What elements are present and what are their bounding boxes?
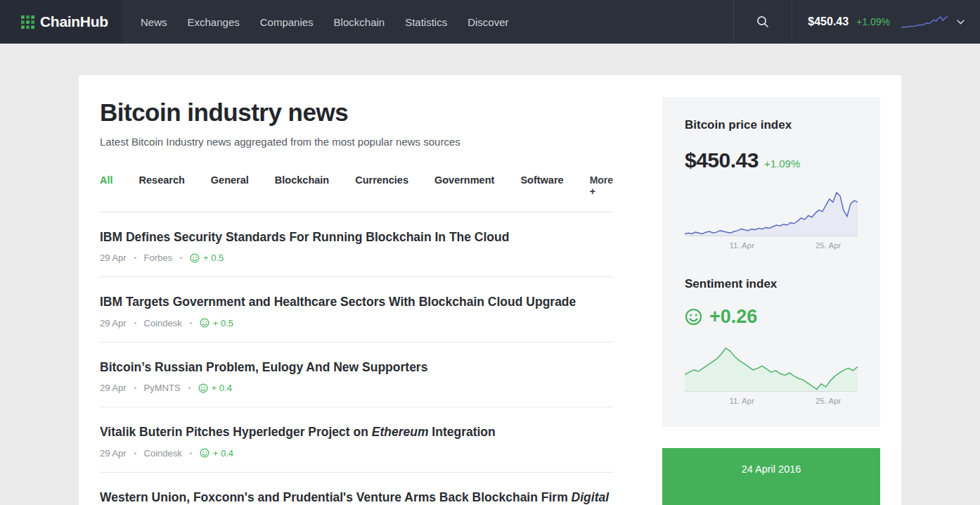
nav-right-section: $450.43 +1.09%	[733, 0, 980, 44]
smiley-icon	[200, 318, 209, 328]
page-title: Bitcoin industry news	[100, 98, 613, 127]
chainhub-logo-icon	[21, 15, 34, 29]
news-meta: 29 Apr Coindesk + 0.4	[100, 448, 613, 459]
news-title-text-after: Integration	[428, 425, 495, 439]
news-date: 29 Apr	[100, 383, 127, 393]
news-item: IBM Defines Security Standards For Runni…	[100, 212, 613, 277]
ticker-sparkline-chart	[901, 15, 948, 28]
search-button[interactable]	[733, 0, 792, 44]
axis-tick: 11. Apr	[729, 397, 754, 405]
news-title-link[interactable]: IBM Defines Security Standards For Runni…	[100, 229, 613, 246]
meta-separator-dot	[188, 387, 191, 389]
main-nav: News Exchanges Companies Blockchain Stat…	[122, 0, 509, 44]
news-date: 29 Apr	[100, 252, 127, 263]
news-title-text: Vitalik Buterin Pitches Hyperledger Proj…	[100, 425, 372, 439]
meta-separator-dot	[134, 257, 136, 259]
sentiment-badge: + 0.5	[190, 252, 224, 263]
tab-research[interactable]: Research	[139, 174, 185, 186]
search-icon	[756, 15, 770, 29]
price-index-change: +1.09%	[764, 158, 800, 170]
axis-tick: 25. Apr	[815, 241, 841, 250]
sentiment-score: + 0.4	[213, 448, 233, 459]
calendar-widget-header: 24 April 2016	[662, 448, 880, 505]
category-tabs: All Research General Blockchain Currenci…	[100, 174, 613, 212]
news-column: Bitcoin industry news Latest Bitcoin Ind…	[100, 75, 613, 505]
smiley-icon	[198, 383, 208, 393]
nav-item-exchanges[interactable]: Exchanges	[188, 16, 240, 28]
news-title-italic: Ethereum	[372, 425, 429, 439]
ticker-change: +1.09%	[856, 16, 890, 27]
news-date: 29 Apr	[100, 318, 127, 328]
sentiment-index-heading: Sentiment index	[685, 277, 858, 291]
top-navbar: ChainHub News Exchanges Companies Blockc…	[0, 0, 980, 44]
tab-general[interactable]: General	[211, 174, 249, 186]
news-title-link[interactable]: IBM Targets Government and Healthcare Se…	[100, 293, 613, 311]
meta-separator-dot	[190, 452, 192, 454]
brand-logo[interactable]: ChainHub	[0, 0, 122, 44]
brand-name: ChainHub	[40, 13, 108, 30]
sentiment-index-chart	[685, 345, 858, 392]
news-source: Coindesk	[144, 318, 182, 328]
content-card: Bitcoin industry news Latest Bitcoin Ind…	[79, 75, 901, 505]
sentiment-badge: + 0.4	[200, 448, 233, 459]
calendar-date-label: 24 April 2016	[742, 464, 801, 475]
index-widget: Bitcoin price index $450.43 +1.09% 11. A…	[662, 97, 880, 427]
news-item: Bitcoin’s Russian Problem, Eulogy And Ne…	[100, 343, 613, 407]
news-title-link[interactable]: Western Union, Foxconn's and Prudential'…	[100, 489, 613, 505]
news-meta: 29 Apr Coindesk + 0.5	[100, 318, 613, 328]
meta-separator-dot	[134, 387, 136, 389]
sentiment-badge: + 0.5	[200, 318, 233, 328]
meta-separator-dot	[190, 322, 192, 324]
price-index-value-row: $450.43 +1.09%	[685, 148, 858, 172]
price-index-heading: Bitcoin price index	[685, 118, 858, 132]
news-title-text: IBM Defines Security Standards For Runni…	[100, 230, 509, 244]
news-title-text: Bitcoin’s Russian Problem, Eulogy And Ne…	[100, 360, 427, 374]
sentiment-score: + 0.5	[213, 318, 233, 328]
news-item: Western Union, Foxconn's and Prudential'…	[100, 473, 613, 505]
news-item: IBM Targets Government and Healthcare Se…	[100, 277, 613, 342]
tab-more[interactable]: More +	[590, 174, 613, 197]
nav-item-discover[interactable]: Discover	[468, 16, 508, 28]
tab-government[interactable]: Government	[434, 174, 494, 186]
news-title-link[interactable]: Bitcoin’s Russian Problem, Eulogy And Ne…	[100, 359, 613, 376]
news-date: 29 Apr	[100, 448, 127, 459]
smiley-icon	[190, 253, 200, 263]
meta-separator-dot	[134, 452, 136, 454]
sentiment-score: + 0.5	[203, 252, 224, 263]
tab-software[interactable]: Software	[520, 174, 563, 186]
sentiment-chart-axis: 11. Apr 25. Apr	[685, 392, 858, 409]
nav-item-blockchain[interactable]: Blockchain	[334, 16, 385, 28]
tab-currencies[interactable]: Currencies	[355, 174, 408, 186]
sentiment-score: + 0.4	[212, 383, 232, 393]
page-subtitle: Latest Bitcoin Industry news aggregated …	[100, 136, 613, 148]
tab-all[interactable]: All	[100, 174, 113, 186]
sentiment-badge: + 0.4	[198, 383, 232, 393]
news-title-link[interactable]: Vitalik Buterin Pitches Hyperledger Proj…	[100, 423, 613, 441]
news-title-text: IBM Targets Government and Healthcare Se…	[100, 295, 576, 309]
nav-item-companies[interactable]: Companies	[260, 16, 314, 28]
news-title-text: Western Union, Foxconn's and Prudential'…	[100, 490, 572, 504]
news-source: Forbes	[144, 252, 172, 263]
axis-tick: 25. Apr	[815, 397, 841, 405]
axis-tick: 11. Apr	[729, 241, 754, 250]
news-meta: 29 Apr Forbes + 0.5	[100, 252, 613, 263]
chevron-down-icon	[957, 20, 965, 25]
price-index-chart	[685, 190, 858, 236]
price-chart-axis: 11. Apr 25. Apr	[685, 236, 858, 253]
price-ticker[interactable]: $450.43 +1.09%	[792, 0, 980, 44]
sentiment-index-value: +0.26	[709, 306, 757, 328]
smiley-icon	[685, 308, 702, 326]
meta-separator-dot	[180, 257, 182, 259]
sidebar: Bitcoin price index $450.43 +1.09% 11. A…	[662, 75, 880, 505]
news-meta: 29 Apr PyMNTS + 0.4	[100, 383, 613, 393]
news-source: Coindesk	[144, 448, 182, 459]
news-source: PyMNTS	[144, 383, 181, 393]
smiley-icon	[200, 448, 209, 458]
meta-separator-dot	[134, 322, 136, 324]
tab-blockchain[interactable]: Blockchain	[275, 174, 329, 186]
nav-item-statistics[interactable]: Statistics	[405, 16, 447, 28]
sentiment-index-value-row: +0.26	[685, 306, 858, 328]
nav-item-news[interactable]: News	[141, 16, 167, 28]
ticker-price: $450.43	[808, 15, 849, 28]
news-item: Vitalik Buterin Pitches Hyperledger Proj…	[100, 407, 613, 472]
